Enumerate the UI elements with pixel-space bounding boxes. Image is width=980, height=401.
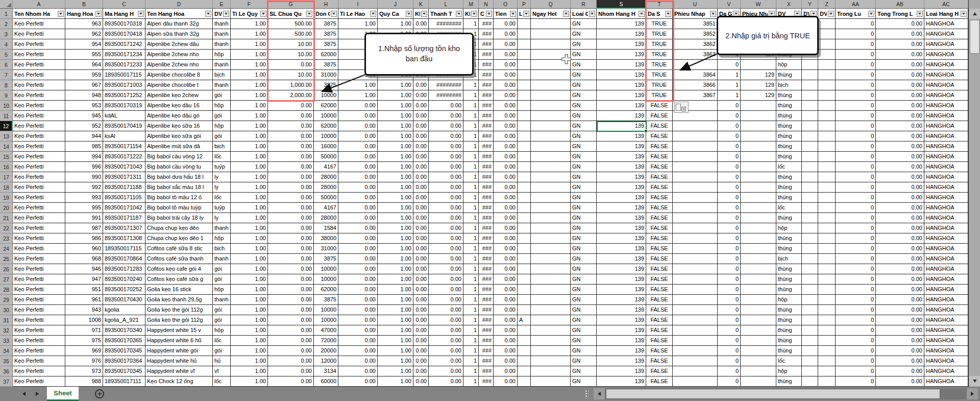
cell-N12[interactable]: ### [479, 121, 494, 131]
filter-button[interactable] [523, 11, 529, 17]
cell-H5[interactable]: 62000 [314, 50, 338, 60]
cell-L23[interactable]: 0.00 [429, 233, 463, 244]
cell-O37[interactable]: 0.00 [494, 376, 518, 387]
cell-K22[interactable]: 0.00 [413, 223, 429, 233]
cell-N23[interactable]: ### [479, 233, 494, 244]
column-letter-M[interactable]: M [463, 0, 479, 9]
cell-A12[interactable]: Kẹo Perfetti [13, 121, 65, 131]
cell-H17[interactable]: 28000 [314, 172, 338, 182]
filter-button[interactable] [486, 11, 492, 17]
cell-E27[interactable]: gói [213, 274, 231, 285]
column-letter-AA[interactable]: AA [836, 0, 876, 9]
cell-L35[interactable]: 0.00 [429, 356, 463, 366]
cell-R32[interactable]: GN [571, 325, 597, 336]
cell-Y17[interactable] [802, 172, 818, 182]
cell-R36[interactable]: GN [571, 366, 597, 376]
cell-Q27[interactable] [531, 274, 571, 285]
cell-R22[interactable]: GN [571, 223, 597, 233]
cell-AB24[interactable]: 0.00 [876, 244, 924, 254]
cell-M17[interactable]: 1 [463, 172, 479, 182]
cell-P33[interactable] [518, 336, 531, 346]
cell-V10[interactable]: 0 [718, 101, 741, 111]
cell-M16[interactable]: 1 [463, 162, 479, 172]
cell-O11[interactable]: 0.00 [494, 111, 518, 121]
cell-L34[interactable]: 0.00 [429, 346, 463, 356]
cell-N15[interactable]: ### [479, 152, 494, 162]
cell-C7[interactable]: 189350017115 [103, 70, 145, 80]
cell-N36[interactable]: ### [479, 366, 494, 376]
cell-AB8[interactable]: 0.00 [876, 80, 924, 90]
filter-button[interactable] [205, 11, 211, 17]
column-letter-L[interactable]: L [429, 0, 463, 9]
cell-Q3[interactable] [531, 29, 571, 39]
cell-K18[interactable]: 0.00 [413, 182, 429, 193]
cell-AB2[interactable]: 0.00 [876, 19, 924, 29]
cell-N6[interactable]: ### [479, 60, 494, 70]
filter-button[interactable] [331, 11, 337, 17]
cell-B8[interactable]: 967 [65, 80, 103, 90]
cell-D28[interactable]: Golia kẹo 16 stick [145, 285, 213, 295]
cell-T5[interactable]: TRUE [646, 50, 673, 60]
cell-M9[interactable]: 1 [463, 90, 479, 101]
cell-H16[interactable]: 4167 [314, 162, 338, 172]
cell-C36[interactable]: 893500170345 [103, 366, 145, 376]
cell-O30[interactable]: 0.00 [494, 305, 518, 315]
cell-L25[interactable]: 0.00 [429, 254, 463, 264]
cell-A30[interactable]: Kẹo Perfetti [13, 305, 65, 315]
cell-AB21[interactable]: 0.00 [876, 213, 924, 223]
cell-F17[interactable]: 1.00 [231, 172, 268, 182]
cell-M33[interactable]: 1 [463, 336, 479, 346]
cell-B7[interactable]: 959 [65, 70, 103, 80]
filter-button[interactable] [456, 11, 462, 17]
cell-AC32[interactable]: HANGHOA [924, 325, 968, 336]
cell-F19[interactable]: 1.00 [231, 193, 268, 203]
filter-button[interactable] [710, 11, 716, 17]
cell-C9[interactable]: 893500171252 [103, 90, 145, 101]
cell-K16[interactable]: 0.00 [413, 162, 429, 172]
cell-Y16[interactable] [802, 162, 818, 172]
cell-X19[interactable]: thùng [776, 193, 802, 203]
cell-Z33[interactable] [818, 336, 836, 346]
cell-T16[interactable]: FALSE [646, 162, 673, 172]
cell-I10[interactable]: 0.00 [338, 101, 378, 111]
row-number-7[interactable]: 7 [0, 70, 13, 80]
cell-E24[interactable]: bịch [213, 244, 231, 254]
cell-AC15[interactable]: HANGHOA [924, 152, 968, 162]
column-header-AC[interactable]: Loai Hang H [924, 9, 968, 19]
cell-U28[interactable] [673, 285, 718, 295]
cell-A16[interactable]: Kẹo Perfetti [13, 162, 65, 172]
cell-S29[interactable]: 139 [597, 295, 646, 305]
cell-C11[interactable]: kdAL [103, 111, 145, 121]
cell-D29[interactable]: Golia kẹo thanh 29,5g [145, 295, 213, 305]
cell-AA11[interactable]: 0 [836, 111, 876, 121]
cell-I17[interactable]: 0.00 [338, 172, 378, 182]
cell-U3[interactable]: 3852 [673, 29, 718, 39]
cell-C25[interactable]: 893500170864 [103, 254, 145, 264]
cell-AC34[interactable]: HANGHOA [924, 346, 968, 356]
cell-U37[interactable] [673, 376, 718, 387]
cell-I8[interactable]: 1.00 [338, 80, 378, 90]
filter-button[interactable] [260, 11, 266, 17]
cell-K34[interactable]: 0.00 [413, 346, 429, 356]
cell-O28[interactable]: 0.00 [494, 285, 518, 295]
cell-AA2[interactable]: 0 [836, 19, 876, 29]
cell-B16[interactable]: 996 [65, 162, 103, 172]
cell-Z10[interactable] [818, 101, 836, 111]
cell-Y6[interactable] [802, 60, 818, 70]
cell-P12[interactable] [518, 121, 531, 131]
cell-Q4[interactable] [531, 39, 571, 50]
cell-A14[interactable]: Kẹo Perfetti [13, 141, 65, 152]
cell-V31[interactable]: 0 [718, 315, 741, 325]
cell-AA13[interactable]: 0 [836, 131, 876, 141]
cell-G31[interactable]: 0.00 [268, 315, 314, 325]
cell-Q28[interactable] [531, 285, 571, 295]
cell-W21[interactable] [741, 213, 776, 223]
column-header-P[interactable]: L [518, 9, 531, 19]
cell-M26[interactable]: 1 [463, 264, 479, 274]
cell-A9[interactable]: Kẹo Perfetti [13, 90, 65, 101]
cell-AC8[interactable]: HANGHOA [924, 80, 968, 90]
cell-AA12[interactable]: 0 [836, 121, 876, 131]
cell-I15[interactable]: 0.00 [338, 152, 378, 162]
cell-N17[interactable]: ### [479, 172, 494, 182]
cell-Z34[interactable] [818, 346, 836, 356]
